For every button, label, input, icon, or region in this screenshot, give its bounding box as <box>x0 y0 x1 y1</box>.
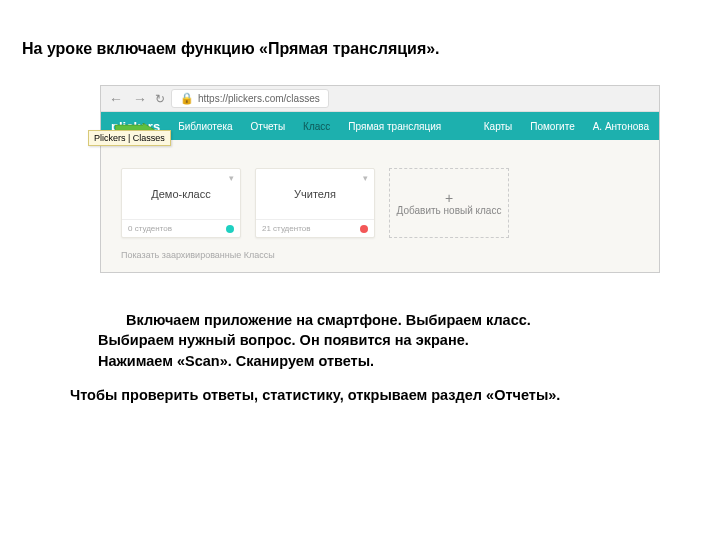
class-card-teachers[interactable]: ▾ Учителя 21 студентов <box>255 168 375 238</box>
status-dot-icon <box>226 225 234 233</box>
browser-toolbar: ← → ↻ 🔒 https://plickers.com/classes <box>101 86 659 112</box>
class-card-footer: 0 студентов <box>122 219 240 237</box>
nav-library[interactable]: Библиотека <box>178 121 232 132</box>
classes-area: ▾ Демо-класс 0 студентов ▾ Учителя 21 ст… <box>101 140 659 272</box>
back-icon[interactable]: ← <box>107 91 125 107</box>
nav-live[interactable]: Прямая трансляция <box>348 121 441 132</box>
status-dot-icon <box>360 225 368 233</box>
instruction-paragraph-2: Чтобы проверить ответы, статистику, откр… <box>70 385 670 405</box>
nav-reports[interactable]: Отчеты <box>251 121 286 132</box>
plus-icon: + <box>445 191 453 205</box>
class-card-demo[interactable]: ▾ Демо-класс 0 студентов <box>121 168 241 238</box>
class-card-title: Демо-класс <box>122 169 240 219</box>
chevron-down-icon[interactable]: ▾ <box>229 173 234 183</box>
nav-help[interactable]: Помогите <box>530 121 574 132</box>
app-navbar: plickers Библиотека Отчеты Класс Прямая … <box>101 112 659 140</box>
student-count: 21 студентов <box>262 224 310 233</box>
address-bar[interactable]: 🔒 https://plickers.com/classes <box>171 89 329 108</box>
nav-cards[interactable]: Карты <box>484 121 513 132</box>
chevron-down-icon[interactable]: ▾ <box>363 173 368 183</box>
cards-row: ▾ Демо-класс 0 студентов ▾ Учителя 21 ст… <box>121 168 639 238</box>
lock-icon: 🔒 <box>180 92 194 105</box>
add-class-card[interactable]: + Добавить новый класс <box>389 168 509 238</box>
class-card-title: Учителя <box>256 169 374 219</box>
nav-user[interactable]: А. Антонова <box>593 121 649 132</box>
archived-classes-link[interactable]: Показать заархивированные Классы <box>121 250 639 260</box>
url-text: https://plickers.com/classes <box>198 93 320 104</box>
instruction-paragraph-1: Включаем приложение на смартфоне. Выбира… <box>98 310 658 371</box>
add-class-label: Добавить новый класс <box>397 205 502 216</box>
student-count: 0 студентов <box>128 224 172 233</box>
browser-tab-label: Plickers | Classes <box>88 130 171 146</box>
class-card-footer: 21 студентов <box>256 219 374 237</box>
slide-heading: На уроке включаем функцию «Прямая трансл… <box>22 40 440 58</box>
forward-icon[interactable]: → <box>131 91 149 107</box>
browser-window: ← → ↻ 🔒 https://plickers.com/classes pli… <box>100 85 660 273</box>
nav-classes[interactable]: Класс <box>303 121 330 132</box>
reload-icon[interactable]: ↻ <box>155 92 165 106</box>
